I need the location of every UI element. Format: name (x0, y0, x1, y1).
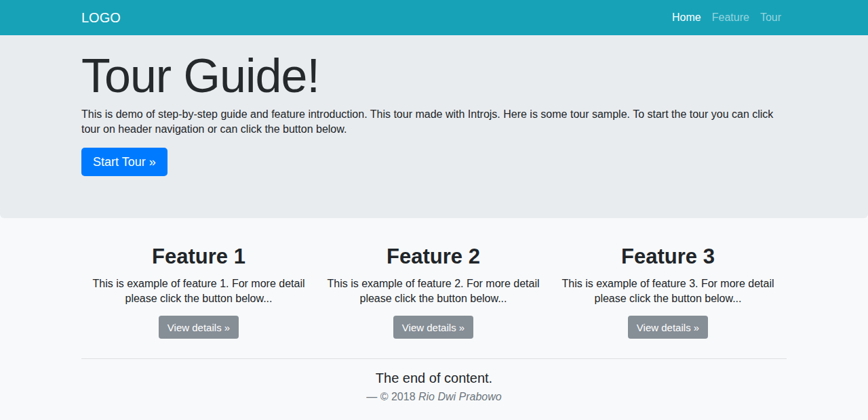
view-details-button-2[interactable]: View details » (393, 316, 473, 339)
start-tour-button[interactable]: Start Tour » (81, 148, 167, 176)
feature-title: Feature 1 (92, 244, 306, 270)
features-section: Feature 1 This is example of feature 1. … (81, 244, 787, 339)
feature-title: Feature 2 (326, 244, 540, 270)
navbar-brand[interactable]: LOGO (81, 10, 121, 26)
navbar-nav: Home Feature Tour (667, 6, 787, 29)
feature-card-2: Feature 2 This is example of feature 2. … (316, 244, 551, 339)
copyright-author: Rio Dwi Prabowo (418, 391, 502, 402)
feature-description: This is example of feature 2. For more d… (326, 276, 540, 306)
nav-item-home[interactable]: Home (667, 6, 707, 29)
feature-description: This is example of feature 3. For more d… (561, 276, 775, 306)
page-title: Tour Guide! (81, 49, 787, 103)
main-content: Feature 1 This is example of feature 1. … (0, 244, 868, 404)
footer-end-text: The end of content. (0, 370, 868, 386)
intro-text: This is demo of step-by-step guide and f… (81, 107, 787, 137)
nav-item-feature[interactable]: Feature (707, 6, 755, 29)
footer: The end of content. — © 2018 Rio Dwi Pra… (0, 359, 868, 404)
nav-item-tour[interactable]: Tour (755, 6, 787, 29)
view-details-button-1[interactable]: View details » (159, 316, 239, 339)
copyright-prefix: — © 2018 (366, 391, 415, 402)
feature-card-1: Feature 1 This is example of feature 1. … (81, 244, 316, 339)
jumbotron: Tour Guide! This is demo of step-by-step… (0, 35, 868, 218)
view-details-button-3[interactable]: View details » (628, 316, 708, 339)
feature-title: Feature 3 (561, 244, 775, 270)
feature-card-3: Feature 3 This is example of feature 3. … (551, 244, 785, 339)
feature-description: This is example of feature 1. For more d… (92, 276, 306, 306)
navbar: LOGO Home Feature Tour (0, 0, 868, 35)
footer-copyright: — © 2018 Rio Dwi Prabowo (0, 390, 868, 404)
